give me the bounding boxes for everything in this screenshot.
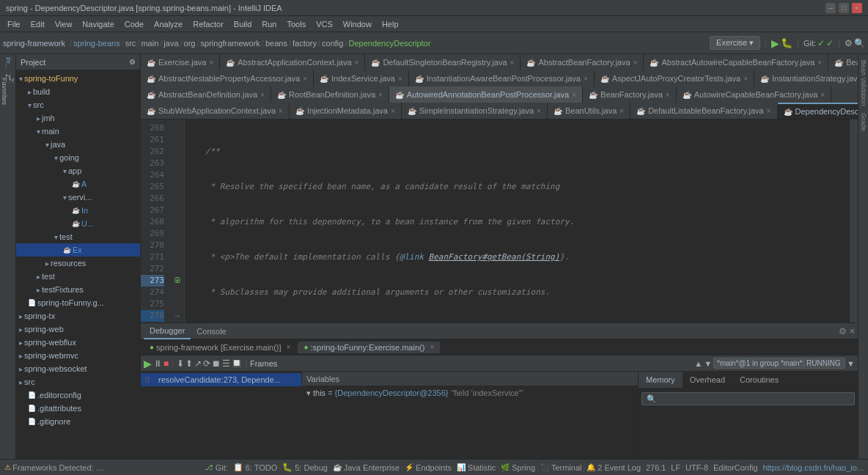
close-button[interactable]: × — [852, 3, 862, 13]
tree-item-resources[interactable]: ▸ resources — [16, 257, 140, 270]
tree-item-src2[interactable]: ▸ src — [16, 375, 140, 389]
status-git[interactable]: ⎇ Git: — [205, 463, 228, 472]
tab-bean-utils[interactable]: ☕ BeanUtils.java × — [548, 103, 630, 119]
memory-tab-coroutines[interactable]: Coroutines — [732, 372, 786, 388]
tab-close-icon[interactable]: × — [260, 91, 265, 99]
project-panel-settings-icon[interactable]: ⚙ — [129, 58, 136, 66]
debug-tab-debugger[interactable]: Debugger — [144, 323, 191, 339]
tab-stub-web[interactable]: ☕ StubWebApplicationContext.java × — [141, 103, 290, 119]
tab-default-singleton[interactable]: ☕ DefaultSingletonBeanRegistry.java × — [365, 54, 521, 70]
breadcrumb-org[interactable]: org — [184, 39, 196, 48]
menu-item-build[interactable]: Build — [229, 18, 256, 30]
tab-abstract-nestable[interactable]: ☕ AbstractNestablePropertyAccessor.java … — [141, 70, 314, 86]
tree-item-spring-webmvc[interactable]: ▸ spring-webmvc — [16, 349, 140, 362]
menu-item-edit[interactable]: Edit — [26, 18, 49, 30]
maximize-button[interactable]: □ — [839, 3, 849, 13]
tree-item-a[interactable]: ☕ A — [16, 177, 140, 191]
tab-close-icon[interactable]: × — [584, 75, 588, 83]
tab-close-icon[interactable]: × — [391, 107, 395, 115]
status-debug[interactable]: 🐛 5: Debug — [282, 463, 328, 472]
tree-item-spring-tofunny[interactable]: ▾ spring-toFunny — [16, 72, 140, 85]
menu-item-vcs[interactable]: VCS — [312, 18, 337, 30]
debug-settings-icon[interactable]: ⚙ — [839, 326, 847, 336]
breadcrumb-config[interactable]: config — [322, 39, 343, 48]
run-config-selector[interactable]: Exercise ▾ — [710, 36, 760, 50]
run-to-cursor-icon[interactable]: ⟳ — [203, 358, 210, 369]
breadcrumb-main[interactable]: main — [141, 39, 158, 48]
menu-item-run[interactable]: Run — [257, 18, 281, 30]
menu-item-analyze[interactable]: Analyze — [150, 18, 187, 30]
tab-autowire-capable[interactable]: ☕ AutowireCapableBeanFactory.java × — [677, 86, 831, 103]
status-url[interactable]: https://blog.csdn.fn/hao_io... — [762, 463, 864, 472]
breadcrumb-java[interactable]: java — [163, 39, 178, 48]
tree-item-test[interactable]: ▾ test — [16, 230, 140, 243]
menu-item-window[interactable]: Window — [339, 18, 376, 30]
debug-session-tab-2[interactable]: ● :spring-toFunny:Exercise.main() × — [298, 342, 440, 353]
tree-item-testfixtures[interactable]: ▸ testFixtures — [16, 283, 140, 296]
tab-dependency-descriptor[interactable]: ☕ DependencyDescriptor.java ✓ × — [778, 103, 858, 119]
git-checkmark2[interactable]: ✓ — [826, 38, 834, 48]
tree-item-gradle-file[interactable]: 📄 spring-toFunny.g... — [16, 296, 140, 309]
tab-close-icon[interactable]: × — [303, 75, 307, 83]
menu-item-file[interactable]: File — [3, 18, 25, 30]
tab-exercise[interactable]: ☕ Exercise.java × — [141, 54, 220, 70]
step-into-icon[interactable]: ⬆ — [185, 358, 193, 369]
tree-item-jmh[interactable]: ▸ jmh — [16, 111, 140, 125]
memory-tab-memory[interactable]: Memory — [639, 372, 683, 388]
sidebar-icon-favorites[interactable]: 2: Favorites — [2, 85, 14, 97]
variable-this[interactable]: ▾ this = {DependencyDescriptor@2356} "fi… — [302, 386, 638, 399]
menu-item-code[interactable]: Code — [120, 18, 148, 30]
status-statistic[interactable]: 📊 Statistic — [457, 463, 496, 472]
tab-close-icon[interactable]: × — [510, 59, 515, 67]
settings-icon[interactable]: ⚙ — [845, 38, 853, 48]
session-close-2[interactable]: × — [430, 343, 434, 351]
tab-abstract-bean-def[interactable]: ☕ AbstractBeanDefinition.java × — [141, 86, 271, 103]
tree-item-build[interactable]: ▸ build — [16, 85, 140, 98]
tab-close-icon[interactable]: × — [820, 91, 825, 99]
code-editor[interactable]: 260 261 262 263 264 265 266 267 268 269 … — [141, 119, 858, 323]
run-button[interactable]: ▶ — [771, 37, 779, 49]
status-todo[interactable]: 📋 6: TODO — [233, 463, 278, 472]
tab-instantiation-strategy[interactable]: ☕ InstantiationStrategy.java × — [754, 70, 858, 86]
thread-selector[interactable]: *main*@1 in group *main*: RUNNING — [713, 358, 845, 369]
tab-index-service[interactable]: ☕ IndexService.java × — [314, 70, 409, 86]
code-content[interactable]: /** * Resolve the specified bean name, a… — [185, 119, 849, 323]
tab-abstract-bean-factory[interactable]: ☕ AbstractBeanFactory.java × — [521, 54, 644, 70]
stop-icon[interactable]: ■ — [163, 358, 169, 369]
breadcrumb-beans[interactable]: beans — [265, 39, 287, 48]
tab-close-icon[interactable]: × — [378, 91, 383, 99]
tree-item-src[interactable]: ▾ src — [16, 98, 140, 111]
status-java-enterprise[interactable]: ☕ Java Enterprise — [333, 463, 400, 472]
tree-item-service[interactable]: ▾ servi... — [16, 191, 140, 204]
tab-instantiation-aware[interactable]: ☕ InstantiationAwareBeanPostProcessor.ja… — [409, 70, 595, 86]
status-event-log[interactable]: 🔔 2 Event Log — [586, 463, 641, 472]
breadcrumb-file[interactable]: DependencyDescriptor — [348, 39, 430, 48]
tab-close-icon[interactable]: × — [572, 91, 576, 99]
status-spring[interactable]: 🌿 Spring — [501, 463, 535, 472]
more-icon[interactable]: ☰ — [222, 358, 230, 369]
memory-tab-overhead[interactable]: Overhead — [683, 372, 732, 388]
tab-simple-instantiation[interactable]: ☕ SimpleInstantiationStrategy.java × — [402, 103, 548, 119]
tab-close-icon[interactable]: × — [743, 75, 748, 83]
tab-default-listable[interactable]: ☕ DefaultListableBeanFactory.java × — [630, 103, 777, 119]
thread-filter-icon[interactable]: ▼ — [847, 359, 855, 368]
tab-close-icon[interactable]: × — [279, 107, 283, 115]
breadcrumb-factory[interactable]: factory — [293, 39, 317, 48]
search-everywhere-icon[interactable]: 🔍 — [854, 38, 865, 48]
tab-bean-factory[interactable]: ☕ BeanFactory.java × — [583, 86, 677, 103]
tree-item-gitignore[interactable]: 📄 .gitignore — [16, 415, 140, 428]
menu-item-tools[interactable]: Tools — [282, 18, 310, 30]
tree-item-gitattributes[interactable]: 📄 .gitattributes — [16, 402, 140, 415]
menu-item-view[interactable]: View — [51, 18, 77, 30]
tree-item-in[interactable]: ☕ In — [16, 204, 140, 217]
pause-icon[interactable]: ⏸ — [153, 358, 162, 369]
tree-item-java[interactable]: ▾ java — [16, 138, 140, 151]
tree-item-spring-web[interactable]: ▸ spring-web — [16, 323, 140, 336]
tree-item-ex[interactable]: ☕ Ex — [16, 243, 140, 257]
tab-close-icon[interactable]: × — [537, 107, 541, 115]
tab-abstract-app-context[interactable]: ☕ AbstractApplicationContext.java × — [220, 54, 365, 70]
tree-item-spring-websocket[interactable]: ▸ spring-websocket — [16, 362, 140, 375]
step-out-icon[interactable]: ↗ — [194, 358, 202, 369]
debug-session-tab-1[interactable]: ● spring-framework [Exercise.main()] × — [144, 342, 296, 353]
tree-item-spring-tx[interactable]: ▸ spring-tx — [16, 309, 140, 323]
